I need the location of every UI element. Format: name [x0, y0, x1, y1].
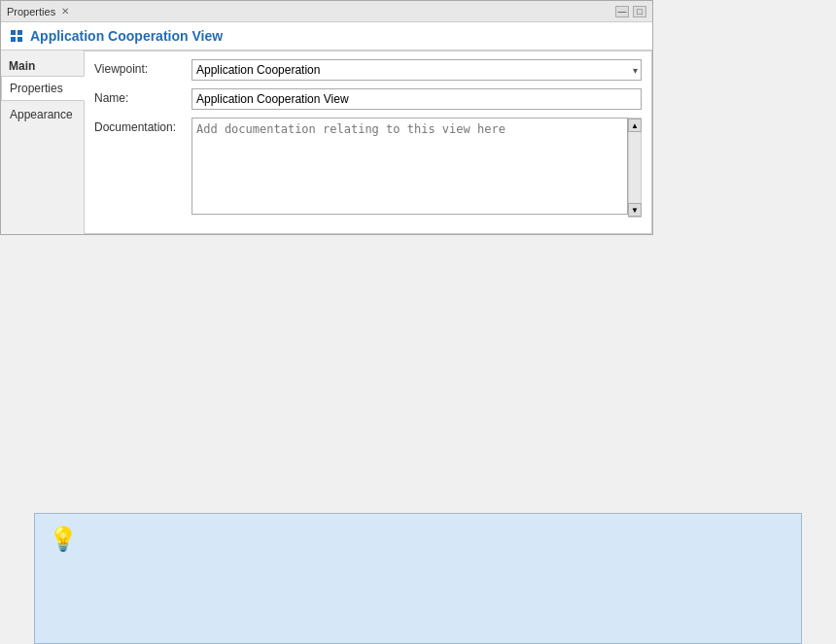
name-control-wrap — [192, 88, 642, 110]
viewpoint-label: Viewpoint: — [94, 59, 192, 76]
documentation-label: Documentation: — [94, 118, 192, 134]
grid-cell-1 — [11, 30, 16, 35]
tab-properties[interactable]: Properties — [1, 76, 85, 101]
tab-properties-label: Properties — [10, 82, 63, 95]
documentation-control-wrap: ▲ ▼ — [192, 118, 642, 218]
panel-header: Application Cooperation View — [1, 22, 652, 51]
name-input[interactable] — [192, 88, 642, 110]
grid-cell-4 — [17, 37, 22, 42]
lightbulb-icon: 💡 — [49, 527, 78, 551]
properties-window: Properties ✕ — □ Application Cooperation… — [0, 0, 653, 235]
maximize-button[interactable]: □ — [633, 6, 646, 17]
documentation-textarea[interactable] — [192, 118, 628, 215]
title-bar: Properties ✕ — □ — [1, 1, 652, 22]
title-bar-controls: — □ — [615, 6, 646, 17]
form-row-name: Name: — [94, 88, 642, 110]
grid-cell-2 — [17, 30, 22, 35]
hint-panel: 💡 — [34, 513, 802, 644]
window-title: Properties — [7, 6, 55, 17]
textarea-scrollbar[interactable]: ▲ ▼ — [628, 118, 642, 218]
panel-grid-icon — [9, 28, 24, 44]
tab-appearance-label: Appearance — [10, 108, 73, 121]
viewpoint-select-wrapper: Application Cooperation Application Usag… — [192, 59, 642, 81]
content-area: Main Properties Appearance Viewpoint: Ap… — [1, 51, 652, 234]
form-row-documentation: Documentation: ▲ ▼ — [94, 118, 642, 218]
minimize-button[interactable]: — — [615, 6, 629, 17]
sidebar: Main Properties Appearance — [1, 51, 85, 234]
scrollbar-up-btn[interactable]: ▲ — [628, 119, 642, 132]
scrollbar-track — [629, 132, 641, 203]
form-area: Viewpoint: Application Cooperation Appli… — [85, 51, 652, 234]
scrollbar-down-btn[interactable]: ▼ — [628, 203, 642, 217]
tabs-section-label: Main — [1, 54, 84, 76]
form-row-viewpoint: Viewpoint: Application Cooperation Appli… — [94, 59, 642, 81]
panel-title: Application Cooperation View — [30, 28, 223, 44]
viewpoint-control-wrap: Application Cooperation Application Usag… — [192, 59, 642, 81]
close-button[interactable]: ✕ — [59, 6, 71, 17]
grid-cell-3 — [11, 37, 16, 42]
textarea-wrap: ▲ ▼ — [192, 118, 642, 218]
grid-icon — [11, 30, 22, 42]
name-label: Name: — [94, 88, 192, 105]
hint-content: 💡 — [35, 514, 801, 562]
tab-appearance[interactable]: Appearance — [1, 102, 84, 127]
viewpoint-select[interactable]: Application Cooperation Application Usag… — [192, 59, 642, 81]
title-bar-left: Properties ✕ — [7, 6, 71, 17]
